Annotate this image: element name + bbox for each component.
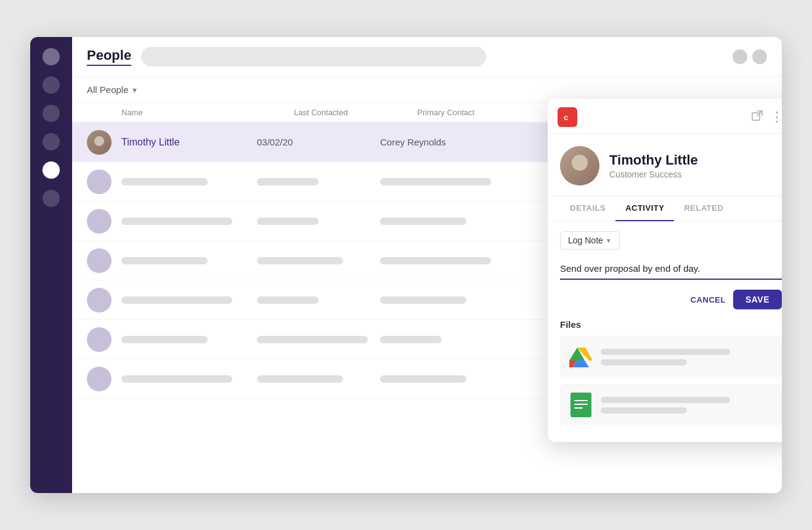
open-external-icon[interactable]: [752, 110, 763, 124]
row-name: Timothy Little: [121, 137, 257, 148]
file-line: [601, 397, 730, 403]
note-input[interactable]: [560, 258, 782, 280]
window-controls: [733, 49, 767, 64]
detail-actions: ⋮: [752, 109, 782, 125]
files-section: Files: [548, 319, 782, 442]
svg-rect-11: [574, 407, 583, 409]
skeleton: [121, 296, 232, 304]
sidebar-dot-5[interactable]: [43, 161, 60, 179]
svg-rect-10: [574, 404, 588, 405]
cancel-button[interactable]: CANCEL: [691, 295, 726, 304]
skeleton: [121, 336, 208, 343]
search-bar[interactable]: [141, 47, 486, 67]
skeleton: [257, 375, 343, 383]
row-date: 03/02/20: [257, 137, 380, 147]
skeleton: [257, 218, 319, 225]
avatar: [87, 248, 112, 273]
skeleton: [257, 257, 343, 264]
top-bar: People: [72, 37, 782, 77]
activity-section: Log Note ▼ CANCEL SAVE: [548, 221, 782, 319]
skeleton: [380, 178, 491, 186]
skeleton: [257, 336, 368, 343]
svg-rect-9: [574, 400, 588, 401]
sidebar-dot-1[interactable]: [43, 48, 60, 65]
sidebar-dot-6[interactable]: [43, 190, 60, 207]
detail-panel: c ⋮ Timothy Little Customer Success: [548, 99, 782, 442]
tab-related[interactable]: RELATED: [674, 196, 733, 221]
skeleton: [380, 296, 466, 304]
skeleton: [121, 218, 232, 225]
file-lines: [601, 397, 773, 414]
log-note-chevron: ▼: [606, 237, 612, 244]
avatar: [87, 327, 112, 352]
avatar: [87, 288, 112, 312]
profile-avatar: [560, 146, 599, 186]
sidebar-dot-3[interactable]: [43, 105, 60, 122]
skeleton: [380, 375, 466, 383]
window-btn-1[interactable]: [733, 49, 747, 64]
note-actions: CANCEL SAVE: [560, 290, 782, 309]
skeleton: [121, 375, 232, 383]
sidebar-dot-4[interactable]: [43, 133, 60, 150]
file-line: [601, 349, 730, 355]
detail-tabs: DETAILS ACTIVITY RELATED: [548, 196, 782, 221]
page-title: People: [87, 47, 131, 66]
save-button[interactable]: SAVE: [733, 290, 782, 309]
detail-profile: Timothy Little Customer Success: [548, 134, 782, 196]
skeleton: [257, 296, 319, 304]
skeleton: [380, 336, 442, 343]
gsheet-icon: [569, 393, 593, 417]
file-item-gdrive[interactable]: [560, 336, 782, 378]
window-btn-2[interactable]: [752, 49, 767, 64]
skeleton: [380, 257, 491, 264]
file-line: [601, 359, 687, 365]
svg-text:c: c: [564, 113, 568, 122]
col-last-contacted: Last Contacted: [294, 108, 417, 117]
skeleton: [121, 178, 208, 186]
skeleton: [121, 257, 208, 264]
profile-role: Customer Success: [609, 169, 698, 179]
detail-logo: c: [558, 107, 577, 127]
avatar: [87, 367, 112, 391]
profile-info: Timothy Little Customer Success: [609, 152, 698, 179]
sidebar-dot-2[interactable]: [43, 76, 60, 94]
log-note-button[interactable]: Log Note ▼: [560, 231, 620, 250]
log-note-label: Log Note: [568, 235, 603, 245]
app-window: People All People ▾ Name Last Contacted …: [30, 37, 782, 493]
gdrive-icon: [569, 344, 593, 369]
file-line: [601, 407, 687, 414]
detail-header: c ⋮: [548, 99, 782, 134]
filter-dropdown-icon[interactable]: ▾: [132, 85, 137, 95]
sidebar: [30, 37, 72, 493]
file-lines: [601, 349, 773, 365]
skeleton: [257, 178, 319, 186]
file-item-gsheet[interactable]: [560, 384, 782, 426]
tab-details[interactable]: DETAILS: [560, 196, 615, 221]
col-name: Name: [121, 108, 294, 117]
profile-name: Timothy Little: [609, 152, 698, 168]
avatar: [87, 169, 112, 194]
files-label: Files: [560, 319, 782, 330]
avatar: [87, 209, 112, 234]
skeleton: [380, 218, 466, 225]
avatar: [87, 130, 112, 155]
filter-label[interactable]: All People: [87, 84, 129, 95]
tab-activity[interactable]: ACTIVITY: [615, 196, 674, 221]
log-note-row: Log Note ▼: [560, 231, 782, 250]
more-options-icon[interactable]: ⋮: [770, 109, 782, 125]
